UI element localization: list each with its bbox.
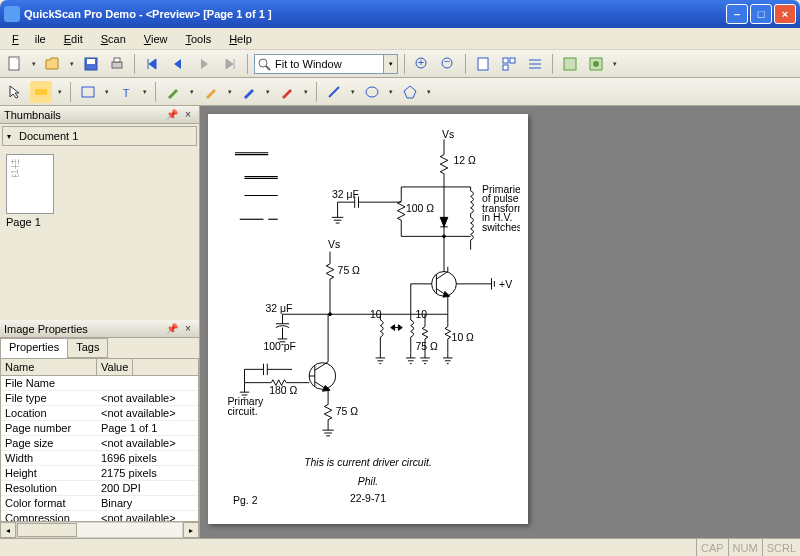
new-dropdown[interactable]: ▾ <box>30 60 38 68</box>
annot-text-dropdown[interactable]: ▾ <box>141 88 149 96</box>
view-single-button[interactable] <box>472 53 494 75</box>
save-button[interactable] <box>80 53 102 75</box>
svg-text:10: 10 <box>416 309 428 320</box>
menu-tools[interactable]: Tools <box>177 31 219 47</box>
tool-a-button[interactable] <box>559 53 581 75</box>
zoom-combobox[interactable]: ▾ <box>254 54 398 74</box>
annot-polygon-button[interactable] <box>399 81 421 103</box>
svg-marker-68 <box>443 291 450 297</box>
annot-rect-dropdown[interactable]: ▾ <box>103 88 111 96</box>
tab-properties[interactable]: Properties <box>0 338 68 358</box>
panel-close-icon[interactable]: × <box>181 322 195 336</box>
open-button[interactable] <box>42 53 64 75</box>
menu-file[interactable]: File <box>4 31 54 47</box>
table-row[interactable]: Resolution200 DPI <box>1 481 198 496</box>
left-panel: Thumbnails 📌 × ▾ Document 1 ┼┤├─┼─○─┤└┴┘… <box>0 106 200 538</box>
nav-last-button[interactable] <box>219 53 241 75</box>
svg-text:75 Ω: 75 Ω <box>338 265 361 276</box>
svg-rect-21 <box>35 89 47 95</box>
svg-point-134 <box>329 313 332 316</box>
annot-highlight-button[interactable] <box>30 81 52 103</box>
svg-text:75 Ω: 75 Ω <box>416 341 439 352</box>
zoom-dropdown[interactable]: ▾ <box>383 55 397 73</box>
tool-b-dropdown[interactable]: ▾ <box>611 60 619 68</box>
table-row[interactable]: Page numberPage 1 of 1 <box>1 421 198 436</box>
document-viewport[interactable]: Vs 12 Ω 100 Ω 32 μF <box>200 106 800 538</box>
tab-tags[interactable]: Tags <box>67 338 108 358</box>
svg-line-24 <box>329 87 339 97</box>
annot-text-button[interactable]: T <box>115 81 137 103</box>
status-cap: CAP <box>696 539 728 556</box>
svg-text:T: T <box>123 87 130 99</box>
open-dropdown[interactable]: ▾ <box>68 60 76 68</box>
menu-edit[interactable]: Edit <box>56 31 91 47</box>
tool-b-button[interactable] <box>585 53 607 75</box>
svg-text:Vs: Vs <box>328 239 340 250</box>
scroll-left-icon[interactable]: ◂ <box>0 522 16 538</box>
scroll-right-icon[interactable]: ▸ <box>183 522 199 538</box>
annot-highlight-dropdown[interactable]: ▾ <box>56 88 64 96</box>
scroll-thumb[interactable] <box>17 523 77 537</box>
table-row[interactable]: Height2175 pixels <box>1 466 198 481</box>
svg-text:10: 10 <box>370 309 382 320</box>
annot-pen-orange-button[interactable] <box>200 81 222 103</box>
svg-point-25 <box>366 87 378 97</box>
zoom-input[interactable] <box>273 55 383 73</box>
status-scrl: SCRL <box>762 539 800 556</box>
thumbnails-area: ▾ Document 1 ┼┤├─┼─○─┤└┴┘ Page 1 <box>0 124 199 320</box>
nav-prev-button[interactable] <box>167 53 189 75</box>
annot-cursor-button[interactable] <box>4 81 26 103</box>
document-header[interactable]: ▾ Document 1 <box>2 126 197 146</box>
svg-text:32 μF: 32 μF <box>265 303 292 314</box>
view-list-button[interactable] <box>524 53 546 75</box>
view-thumbs-button[interactable] <box>498 53 520 75</box>
pin-icon[interactable]: 📌 <box>165 322 179 336</box>
hscrollbar[interactable]: ◂ ▸ <box>0 522 199 538</box>
props-header: Image Properties 📌 × <box>0 320 199 338</box>
toolbar-annotate: ▾ ▾ T ▾ ▾ ▾ ▾ ▾ ▾ ▾ ▾ <box>0 78 800 106</box>
annot-pen-blue-button[interactable] <box>238 81 260 103</box>
thumbnail-item[interactable]: ┼┤├─┼─○─┤└┴┘ Page 1 <box>0 148 199 234</box>
window-title: QuickScan Pro Demo - <Preview> [Page 1 o… <box>24 8 726 20</box>
svg-text:180 Ω: 180 Ω <box>269 385 297 396</box>
menu-scan[interactable]: Scan <box>93 31 134 47</box>
annot-pen-red-button[interactable] <box>276 81 298 103</box>
svg-rect-13 <box>510 58 515 63</box>
annot-rect-button[interactable] <box>77 81 99 103</box>
menu-view[interactable]: View <box>136 31 176 47</box>
minimize-button[interactable]: – <box>726 4 748 24</box>
svg-text:100 pF: 100 pF <box>264 341 297 352</box>
nav-next-button[interactable] <box>193 53 215 75</box>
annot-ellipse-button[interactable] <box>361 81 383 103</box>
zoom-out-button[interactable]: − <box>437 53 459 75</box>
table-row[interactable]: Location<not available> <box>1 406 198 421</box>
menu-help[interactable]: Help <box>221 31 260 47</box>
table-row[interactable]: File type<not available> <box>1 391 198 406</box>
statusbar: CAP NUM SCRL <box>0 538 800 556</box>
col-header-value[interactable]: Value <box>97 359 133 375</box>
print-button[interactable] <box>106 53 128 75</box>
table-row[interactable]: Compression<not available> <box>1 511 198 522</box>
col-header-name[interactable]: Name <box>1 359 97 375</box>
nav-first-button[interactable] <box>141 53 163 75</box>
annot-line-button[interactable] <box>323 81 345 103</box>
new-button[interactable] <box>4 53 26 75</box>
svg-text:100 Ω: 100 Ω <box>406 203 434 214</box>
table-row[interactable]: Width1696 pixels <box>1 451 198 466</box>
annot-pen-green-button[interactable] <box>162 81 184 103</box>
svg-text:switches: switches <box>482 222 520 233</box>
table-row[interactable]: Color formatBinary <box>1 496 198 511</box>
svg-rect-22 <box>82 87 94 97</box>
panel-close-icon[interactable]: × <box>181 108 195 122</box>
zoom-in-button[interactable]: + <box>411 53 433 75</box>
label-vs: Vs <box>442 129 454 140</box>
thumbnails-title: Thumbnails <box>4 109 163 121</box>
table-row[interactable]: File Name <box>1 376 198 391</box>
table-row[interactable]: Page size<not available> <box>1 436 198 451</box>
svg-rect-4 <box>114 58 120 62</box>
svg-text:+V: +V <box>499 279 512 290</box>
pin-icon[interactable]: 📌 <box>165 108 179 122</box>
close-button[interactable]: × <box>774 4 796 24</box>
maximize-button[interactable]: □ <box>750 4 772 24</box>
svg-rect-12 <box>503 58 508 63</box>
